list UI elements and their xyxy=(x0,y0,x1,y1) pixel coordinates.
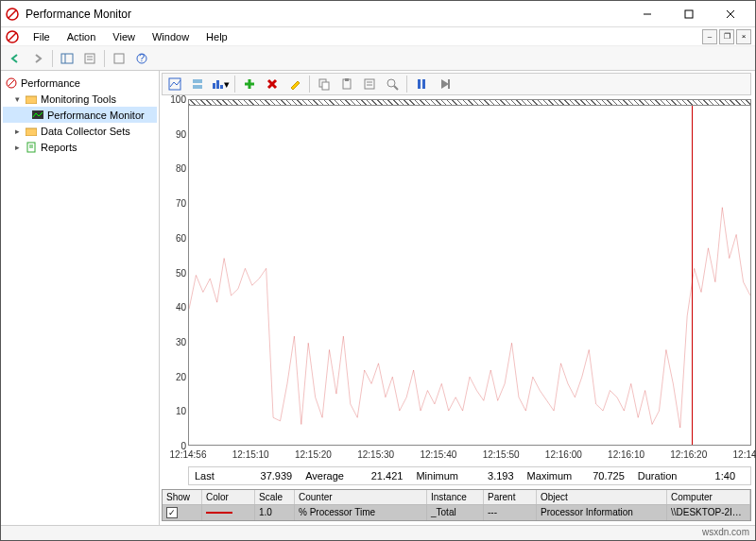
grid-row[interactable]: ✓ 1.0 % Processor Time _Total --- Proces… xyxy=(163,505,750,520)
svg-line-17 xyxy=(9,80,14,86)
cell-counter: % Processor Time xyxy=(295,505,427,520)
window-controls xyxy=(627,2,751,26)
x-axis: 12:14:5612:15:1012:15:2012:15:3012:15:40… xyxy=(188,449,751,463)
highlight-button[interactable] xyxy=(284,74,305,94)
last-value: 37.939 xyxy=(261,470,293,482)
expand-icon[interactable]: ▾ xyxy=(12,94,22,104)
tree-label: Monitoring Tools xyxy=(41,93,116,105)
mdi-restore[interactable]: ❐ xyxy=(719,29,734,44)
svg-rect-13 xyxy=(114,54,124,63)
properties-button[interactable] xyxy=(359,74,380,94)
min-value: 3.193 xyxy=(488,470,514,482)
body: Performance ▾ Monitoring Tools Performan… xyxy=(1,71,755,525)
expand-icon[interactable]: ▸ xyxy=(12,143,22,152)
y-tick: 10 xyxy=(176,406,186,416)
tree-data-collector[interactable]: ▸ Data Collector Sets xyxy=(3,123,157,139)
menu-window[interactable]: Window xyxy=(145,29,197,44)
toolbar-show-hide[interactable] xyxy=(57,48,77,69)
cell-object: Processor Information xyxy=(537,505,667,520)
svg-rect-18 xyxy=(26,96,37,104)
x-tick: 12:16:00 xyxy=(545,449,582,460)
svg-rect-38 xyxy=(365,79,374,89)
update-button[interactable] xyxy=(434,74,455,94)
x-tick: 12:14:55 xyxy=(733,449,756,460)
svg-rect-24 xyxy=(169,78,180,90)
forward-button[interactable] xyxy=(27,48,48,69)
svg-rect-27 xyxy=(213,83,215,89)
statusbar: wsxdn.com xyxy=(1,525,755,540)
back-button[interactable] xyxy=(5,48,26,69)
svg-rect-3 xyxy=(685,10,693,18)
freeze-button[interactable] xyxy=(411,74,432,94)
chart-plot[interactable] xyxy=(188,99,751,446)
toolbar-help[interactable]: ? xyxy=(131,48,152,69)
show-checkbox[interactable]: ✓ xyxy=(166,507,178,518)
menu-view[interactable]: View xyxy=(105,29,143,44)
maximize-button[interactable] xyxy=(668,2,710,26)
menu-action[interactable]: Action xyxy=(60,29,104,44)
x-tick: 12:15:40 xyxy=(420,449,456,460)
report-icon xyxy=(25,141,38,154)
copy-button[interactable] xyxy=(314,74,335,94)
perf-icon xyxy=(5,76,18,90)
col-show[interactable]: Show xyxy=(163,490,202,504)
y-tick: 50 xyxy=(176,267,186,278)
counter-grid[interactable]: Show Color Scale Counter Instance Parent… xyxy=(162,489,751,521)
y-tick: 70 xyxy=(176,198,186,209)
svg-text:?: ? xyxy=(139,52,145,63)
titlebar: Performance Monitor xyxy=(1,1,755,27)
chart-type-button[interactable]: ▾ xyxy=(210,74,231,94)
cell-computer: \\DESKTOP-2IDTCJG xyxy=(667,505,750,520)
tree-label: Performance Monitor xyxy=(47,110,145,121)
separator xyxy=(234,76,235,93)
tree-reports[interactable]: ▸ Reports xyxy=(3,139,157,155)
tree-monitoring-tools[interactable]: ▾ Monitoring Tools xyxy=(3,91,157,107)
mdi-minimize[interactable]: – xyxy=(702,29,717,44)
col-scale[interactable]: Scale xyxy=(255,490,295,504)
col-counter[interactable]: Counter xyxy=(295,490,427,504)
cell-scale: 1.0 xyxy=(255,505,295,520)
view-log-button[interactable] xyxy=(187,74,208,94)
paste-button[interactable] xyxy=(336,74,357,94)
tree-performance-monitor[interactable]: Performance Monitor xyxy=(3,107,157,123)
last-label: Last xyxy=(195,470,215,482)
col-object[interactable]: Object xyxy=(537,490,667,504)
delete-counter-button[interactable] xyxy=(262,74,283,94)
toolbar-export[interactable] xyxy=(109,48,129,69)
close-button[interactable] xyxy=(710,2,751,26)
window-title: Performance Monitor xyxy=(26,8,627,21)
col-instance[interactable]: Instance xyxy=(427,490,484,504)
view-current-button[interactable] xyxy=(164,74,185,94)
mdi-close[interactable]: × xyxy=(736,29,751,44)
tree-label: Performance xyxy=(21,77,80,89)
grid-header: Show Color Scale Counter Instance Parent… xyxy=(163,490,750,505)
menu-file[interactable]: File xyxy=(26,29,58,44)
chart-area: 0102030405060708090100 xyxy=(162,99,751,446)
col-color[interactable]: Color xyxy=(202,490,255,504)
add-counter-button[interactable] xyxy=(239,74,260,94)
y-tick: 20 xyxy=(176,371,186,381)
svg-rect-26 xyxy=(193,85,202,89)
folder-icon xyxy=(25,93,38,106)
zoom-button[interactable] xyxy=(382,74,403,94)
svg-line-42 xyxy=(394,86,398,90)
svg-rect-43 xyxy=(418,79,421,89)
col-parent[interactable]: Parent xyxy=(484,490,537,504)
dur-value: 1:40 xyxy=(715,470,735,482)
col-computer[interactable]: Computer xyxy=(667,490,750,504)
svg-rect-35 xyxy=(322,82,329,90)
y-tick: 60 xyxy=(176,232,186,243)
content-pane: ▾ 0102030405060708090100 xyxy=(160,71,755,525)
tree-root[interactable]: Performance xyxy=(3,75,157,91)
svg-rect-44 xyxy=(422,79,425,89)
expand-icon[interactable]: ▸ xyxy=(12,127,22,136)
menu-help[interactable]: Help xyxy=(198,29,235,44)
max-value: 70.725 xyxy=(593,470,625,482)
minimize-button[interactable] xyxy=(627,2,668,26)
tree-label: Data Collector Sets xyxy=(41,126,130,137)
svg-rect-10 xyxy=(85,54,94,63)
x-tick: 12:15:20 xyxy=(295,449,332,460)
navigation-tree[interactable]: Performance ▾ Monitoring Tools Performan… xyxy=(1,71,160,525)
x-tick: 12:15:50 xyxy=(483,449,520,460)
toolbar-properties[interactable] xyxy=(79,48,100,69)
